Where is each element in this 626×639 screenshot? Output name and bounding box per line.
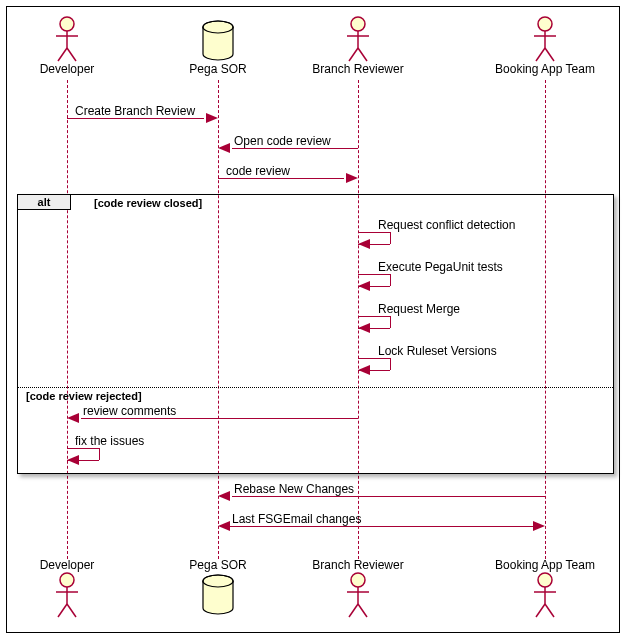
svg-marker-41 xyxy=(67,413,79,423)
actor-label: Developer xyxy=(7,62,127,76)
svg-line-32 xyxy=(536,604,545,617)
arrow-left-icon xyxy=(218,491,230,501)
svg-point-17 xyxy=(60,573,74,587)
db-label-top: Pega SOR xyxy=(158,62,278,76)
svg-line-20 xyxy=(58,604,67,617)
arrow-left-icon xyxy=(67,413,79,423)
svg-line-10 xyxy=(349,48,358,61)
svg-marker-35 xyxy=(218,143,230,153)
svg-marker-36 xyxy=(346,173,358,183)
arrow-left-icon xyxy=(358,365,370,375)
svg-point-24 xyxy=(351,573,365,587)
alt-guard-1: [code review closed] xyxy=(94,197,202,209)
svg-point-29 xyxy=(538,573,552,587)
arrow-right-icon xyxy=(533,521,545,531)
actor-label: Booking App Team xyxy=(485,62,605,76)
svg-line-4 xyxy=(67,48,76,61)
db-pegasor-top xyxy=(201,20,235,67)
db-pegasor-bottom xyxy=(201,574,235,621)
svg-point-0 xyxy=(60,17,74,31)
svg-line-15 xyxy=(536,48,545,61)
arrow-left-icon xyxy=(358,239,370,249)
arrow-right-icon xyxy=(206,113,218,123)
svg-marker-39 xyxy=(358,323,370,333)
actor-label: Developer xyxy=(7,558,127,572)
actor-booking-top: Booking App Team xyxy=(485,16,605,76)
msg-open-code-review: Open code review xyxy=(218,148,358,164)
msg-create-branch-review: Create Branch Review xyxy=(67,118,218,134)
alt-separator xyxy=(18,387,613,388)
svg-line-28 xyxy=(358,604,367,617)
actor-label: Branch Reviewer xyxy=(298,62,418,76)
svg-point-12 xyxy=(538,17,552,31)
actor-label: Booking App Team xyxy=(485,558,605,572)
svg-line-27 xyxy=(349,604,358,617)
actor-booking-bottom: Booking App Team xyxy=(485,558,605,618)
alt-tag: alt xyxy=(18,195,71,210)
svg-point-7 xyxy=(351,17,365,31)
svg-marker-45 xyxy=(533,521,545,531)
actor-developer-top: Developer xyxy=(7,16,127,76)
svg-line-33 xyxy=(545,604,554,617)
arrow-left-icon xyxy=(218,143,230,153)
svg-marker-34 xyxy=(206,113,218,123)
arrow-left-icon xyxy=(358,281,370,291)
actor-developer-bottom: Developer xyxy=(7,558,127,618)
svg-marker-40 xyxy=(358,365,370,375)
svg-marker-38 xyxy=(358,281,370,291)
svg-line-21 xyxy=(67,604,76,617)
svg-marker-43 xyxy=(218,491,230,501)
msg-rebase: Rebase New Changes xyxy=(218,496,545,512)
svg-line-11 xyxy=(358,48,367,61)
actor-reviewer-bottom: Branch Reviewer xyxy=(298,558,418,618)
svg-marker-37 xyxy=(358,239,370,249)
svg-marker-42 xyxy=(67,455,79,465)
msg-code-review: code review xyxy=(218,178,358,194)
svg-line-16 xyxy=(545,48,554,61)
msg-review-comments: review comments xyxy=(67,418,358,434)
arrow-left-icon xyxy=(218,521,230,531)
db-label-bottom: Pega SOR xyxy=(158,558,278,572)
actor-label: Branch Reviewer xyxy=(298,558,418,572)
arrow-right-icon xyxy=(346,173,358,183)
arrow-left-icon xyxy=(67,455,79,465)
svg-marker-44 xyxy=(218,521,230,531)
arrow-left-icon xyxy=(358,323,370,333)
actor-reviewer-top: Branch Reviewer xyxy=(298,16,418,76)
alt-guard-2: [code review rejected] xyxy=(26,390,142,402)
svg-line-3 xyxy=(58,48,67,61)
